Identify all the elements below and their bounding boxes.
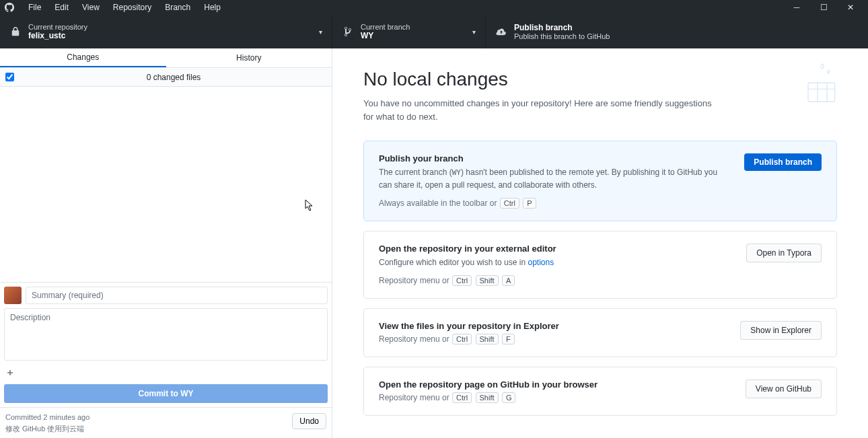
- cursor-icon: [305, 199, 314, 215]
- svg-rect-0: [808, 83, 835, 102]
- lock-icon: [9, 27, 22, 36]
- card-title: View the files in your repository in Exp…: [379, 321, 727, 331]
- open-in-editor-button[interactable]: Open in Typora: [746, 244, 822, 262]
- right-pane: No local changes You have no uncommitted…: [332, 48, 868, 438]
- menubar: File Edit View Repository Branch Help ─ …: [0, 0, 868, 15]
- toolbar: Current repository felix_ustc ▾ Current …: [0, 15, 868, 48]
- window-close-button[interactable]: ✕: [837, 0, 864, 15]
- empty-state-illustration-icon: [794, 59, 841, 106]
- chevron-down-icon: ▾: [319, 28, 322, 36]
- changed-files-count: 0 changed files: [21, 73, 326, 82]
- page-subtitle: You have no uncommitted changes in your …: [363, 97, 713, 123]
- publish-branch-card: Publish your branch The current branch (…: [363, 141, 837, 221]
- card-title: Open the repository in your external edi…: [379, 244, 733, 254]
- description-input[interactable]: [4, 308, 328, 361]
- kbd: Ctrl: [452, 334, 472, 344]
- menu-file[interactable]: File: [22, 3, 48, 12]
- kbd: G: [502, 392, 516, 403]
- card-desc: The current branch (WY) hasn't been publ…: [379, 166, 731, 191]
- publish-label: Publish branch: [514, 23, 610, 32]
- commit-button[interactable]: Commit to WY: [4, 384, 328, 403]
- kbd: Ctrl: [500, 198, 519, 209]
- card-hint: Repository menu or Ctrl Shift F: [379, 334, 727, 344]
- kbd: Ctrl: [452, 275, 472, 286]
- menu-view[interactable]: View: [75, 3, 106, 12]
- current-repository-selector[interactable]: Current repository felix_ustc ▾: [0, 15, 332, 48]
- card-hint: Repository menu or Ctrl Shift G: [379, 392, 732, 403]
- summary-input[interactable]: [26, 287, 328, 304]
- card-title: Publish your branch: [379, 153, 731, 163]
- current-branch-selector[interactable]: Current branch WY ▾: [332, 15, 486, 48]
- show-in-explorer-button[interactable]: Show in Explorer: [740, 321, 822, 340]
- card-desc: Configure which editor you wish to use i…: [379, 256, 733, 268]
- kbd: Ctrl: [452, 392, 472, 403]
- changes-header: 0 changed files: [0, 68, 332, 87]
- kbd: F: [502, 334, 515, 344]
- window-maximize-button[interactable]: ☐: [810, 0, 837, 15]
- show-explorer-card: View the files in your repository in Exp…: [363, 308, 837, 357]
- branch-label: Current branch: [361, 23, 410, 31]
- github-logo-icon: [4, 2, 15, 13]
- tab-history[interactable]: History: [166, 48, 332, 67]
- kbd: P: [523, 198, 536, 209]
- left-pane: Changes History 0 changed files ＋ Commit…: [0, 48, 332, 438]
- kbd: Shift: [476, 334, 499, 344]
- open-editor-card: Open the repository in your external edi…: [363, 231, 837, 299]
- card-hint: Always available in the toolbar or Ctrl …: [379, 198, 731, 209]
- add-coauthor-icon[interactable]: ＋: [4, 365, 328, 381]
- options-link[interactable]: options: [528, 258, 554, 267]
- kbd: Shift: [476, 392, 499, 403]
- menu-help[interactable]: Help: [197, 3, 227, 12]
- window-minimize-button[interactable]: ─: [783, 0, 810, 15]
- tab-changes[interactable]: Changes: [0, 48, 166, 67]
- branch-icon: [342, 26, 354, 37]
- changes-list: [0, 87, 332, 282]
- commit-form: ＋ Commit to WY: [0, 282, 332, 407]
- card-title: Open the repository page on GitHub in yo…: [379, 379, 732, 390]
- last-commit-time: Committed 2 minutes ago: [5, 412, 89, 423]
- undo-button[interactable]: Undo: [292, 413, 326, 429]
- repo-label: Current repository: [28, 23, 87, 31]
- menu-repository[interactable]: Repository: [106, 3, 158, 12]
- kbd: Shift: [476, 275, 499, 286]
- menu-branch[interactable]: Branch: [158, 3, 197, 12]
- last-commit-row: Committed 2 minutes ago 修改 GitHub 使用到云端 …: [0, 407, 332, 438]
- view-on-github-button[interactable]: View on GitHub: [746, 379, 822, 398]
- chevron-down-icon: ▾: [472, 28, 476, 36]
- kbd: A: [502, 275, 515, 286]
- publish-sub: Publish this branch to GitHub: [514, 32, 610, 40]
- page-title: No local changes: [363, 69, 837, 90]
- cloud-upload-icon: [495, 28, 507, 36]
- view-github-card: Open the repository page on GitHub in yo…: [363, 367, 837, 416]
- select-all-checkbox[interactable]: [5, 73, 14, 81]
- publish-branch-toolbar-button[interactable]: Publish branch Publish this branch to Gi…: [486, 15, 641, 48]
- avatar: [4, 287, 22, 304]
- repo-value: felix_ustc: [28, 31, 87, 40]
- card-hint: Repository menu or Ctrl Shift A: [379, 275, 733, 286]
- menu-edit[interactable]: Edit: [48, 3, 75, 12]
- last-commit-message: 修改 GitHub 使用到云端: [5, 423, 89, 435]
- branch-value: WY: [361, 31, 410, 40]
- publish-branch-button[interactable]: Publish branch: [744, 153, 822, 171]
